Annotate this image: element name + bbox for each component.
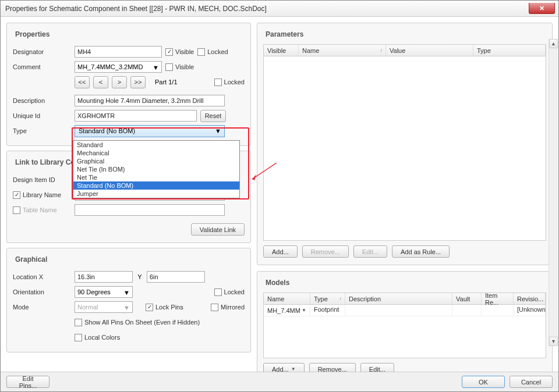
locationy-input[interactable] bbox=[147, 271, 205, 283]
dropdown-item[interactable]: Mechanical bbox=[73, 149, 239, 157]
mirrored-checkbox[interactable]: Mirrored bbox=[211, 304, 245, 311]
part-last-button[interactable]: >> bbox=[130, 76, 146, 88]
type-combo[interactable]: Standard (No BOM) ▼ bbox=[75, 125, 225, 137]
parameters-body bbox=[264, 56, 546, 240]
cancel-button[interactable]: Cancel bbox=[510, 376, 553, 388]
close-button[interactable]: ✕ bbox=[529, 3, 555, 14]
ok-button[interactable]: OK bbox=[462, 376, 505, 388]
scroll-up-icon[interactable]: ▲ bbox=[549, 39, 558, 48]
vertical-scrollbar[interactable]: ▲ ▼ bbox=[549, 39, 558, 346]
dropdown-item[interactable]: Jumper bbox=[73, 190, 239, 198]
col-model-description[interactable]: Description bbox=[345, 293, 452, 304]
part-prev-button[interactable]: < bbox=[93, 76, 108, 88]
orientation-label: Orientation bbox=[13, 288, 71, 295]
part-first-button[interactable]: << bbox=[75, 76, 90, 88]
col-model-vault[interactable]: Vault bbox=[452, 293, 482, 304]
param-addrule-button[interactable]: Add as Rule... bbox=[392, 245, 450, 258]
sort-icon: / bbox=[381, 48, 382, 53]
chevron-down-icon: ▼ bbox=[291, 366, 296, 372]
col-model-name[interactable]: Name bbox=[264, 293, 310, 304]
dropdown-item[interactable]: Net Tie (In BOM) bbox=[73, 165, 239, 173]
type-dropdown-list[interactable]: Standard Mechanical Graphical Net Tie (I… bbox=[73, 140, 240, 198]
showallpins-checkbox[interactable]: Show All Pins On Sheet (Even if Hidden) bbox=[75, 319, 200, 326]
localcolors-checkbox[interactable]: Local Colors bbox=[75, 334, 120, 341]
col-model-itemrev[interactable]: Item Re... bbox=[482, 293, 514, 304]
chevron-down-icon: ▼ bbox=[151, 63, 160, 72]
description-input[interactable] bbox=[75, 95, 225, 106]
col-model-revision[interactable]: Revisio... bbox=[514, 293, 546, 304]
chevron-down-icon: ▼ bbox=[122, 288, 131, 297]
graphical-title: Graphical bbox=[13, 254, 245, 265]
close-icon: ✕ bbox=[539, 5, 544, 12]
part-locked-checkbox[interactable]: Locked bbox=[214, 79, 245, 86]
chevron-down-icon: ▼ bbox=[214, 127, 222, 136]
properties-title: Properties bbox=[13, 29, 245, 40]
properties-group: Properties Designator Visible Locked Com… bbox=[6, 23, 251, 146]
dropdown-item[interactable]: Graphical bbox=[73, 157, 239, 165]
window-title: Properties for Schematic Component in Sh… bbox=[5, 5, 267, 13]
dialog-window: Properties for Schematic Component in Sh… bbox=[0, 0, 559, 392]
param-remove-button: Remove... bbox=[302, 245, 349, 258]
part-next-button[interactable]: > bbox=[112, 76, 127, 88]
designator-locked-checkbox[interactable]: Locked bbox=[197, 48, 228, 56]
locationx-input[interactable] bbox=[75, 271, 133, 283]
dropdown-item-selected[interactable]: Standard (No BOM) bbox=[73, 181, 239, 190]
col-visible[interactable]: Visible bbox=[264, 45, 299, 56]
parameters-title: Parameters bbox=[263, 29, 546, 40]
graphical-group: Graphical Location X Y Orientation 90 De… bbox=[6, 248, 251, 352]
col-type[interactable]: Type bbox=[473, 45, 546, 56]
type-label: Type bbox=[13, 127, 71, 134]
param-edit-button: Edit... bbox=[353, 245, 387, 258]
chevron-down-icon[interactable]: ▼ bbox=[302, 308, 306, 313]
mode-label: Mode bbox=[13, 304, 71, 311]
parameters-header: Visible Name/ Value Type bbox=[264, 45, 546, 56]
uniqueid-label: Unique Id bbox=[13, 112, 71, 119]
designator-input[interactable] bbox=[75, 46, 162, 58]
reset-button[interactable]: Reset bbox=[200, 110, 226, 122]
dropdown-item[interactable]: Standard bbox=[73, 141, 239, 149]
param-add-button[interactable]: Add... bbox=[263, 245, 298, 258]
scroll-track[interactable] bbox=[549, 48, 558, 337]
dropdown-item[interactable]: Net Tie bbox=[73, 173, 239, 181]
mode-combo: Normal ▼ bbox=[75, 301, 133, 313]
comment-label: Comment bbox=[13, 63, 71, 70]
designator-visible-checkbox[interactable]: Visible bbox=[165, 48, 194, 56]
scroll-down-icon[interactable]: ▼ bbox=[549, 337, 558, 346]
chevron-down-icon: ▼ bbox=[122, 303, 131, 312]
table-row[interactable]: MH_7.4MM▼ Footprint [Unknown bbox=[264, 305, 546, 316]
col-name[interactable]: Name/ bbox=[299, 45, 386, 56]
y-label: Y bbox=[136, 273, 143, 280]
col-model-type[interactable]: Type/ bbox=[310, 293, 345, 304]
part-label: Part 1/1 bbox=[155, 79, 178, 85]
uniqueid-input[interactable] bbox=[75, 110, 197, 122]
comment-visible-checkbox[interactable]: Visible bbox=[165, 63, 194, 71]
locationx-label: Location X bbox=[13, 273, 71, 280]
models-header: Name Type/ Description Vault Item Re... … bbox=[264, 293, 546, 305]
description-label: Description bbox=[13, 97, 71, 104]
col-value[interactable]: Value bbox=[386, 45, 473, 56]
models-group: Models Name Type/ Description Vault Item… bbox=[257, 271, 553, 383]
validate-link-button[interactable]: Validate Link bbox=[191, 223, 245, 236]
library-name-checkbox[interactable]: Library Name bbox=[13, 191, 71, 199]
table-name-checkbox: Table Name bbox=[13, 206, 71, 214]
models-table[interactable]: Name Type/ Description Vault Item Re... … bbox=[263, 293, 546, 358]
design-item-label: Design Item ID bbox=[13, 176, 71, 183]
edit-pins-button[interactable]: Edit Pins... bbox=[6, 376, 49, 388]
titlebar[interactable]: Properties for Schematic Component in Sh… bbox=[1, 1, 558, 17]
parameters-group: Parameters Visible Name/ Value Type Add.… bbox=[257, 23, 553, 265]
sort-icon: / bbox=[340, 296, 341, 301]
comment-combo[interactable]: MH_7.4MMC_3.2MMD ▼ bbox=[75, 61, 162, 73]
graphical-locked-checkbox[interactable]: Locked bbox=[214, 288, 245, 296]
designator-label: Designator bbox=[13, 48, 71, 55]
dialog-footer: Edit Pins... OK Cancel bbox=[1, 372, 558, 391]
models-title: Models bbox=[263, 277, 546, 288]
lockpins-checkbox[interactable]: Lock Pins bbox=[146, 304, 183, 311]
parameters-table[interactable]: Visible Name/ Value Type bbox=[263, 44, 546, 241]
right-column: Parameters Visible Name/ Value Type Add.… bbox=[257, 23, 553, 366]
orientation-combo[interactable]: 90 Degrees ▼ bbox=[75, 286, 133, 298]
table-name-input[interactable] bbox=[75, 204, 225, 216]
